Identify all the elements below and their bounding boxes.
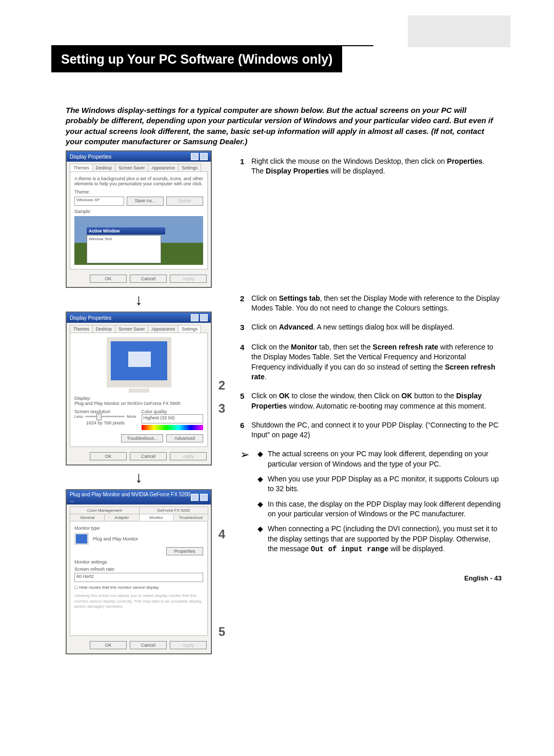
pointing-hand-icon: ➢ (240, 449, 258, 559)
sample-label: Sample: (74, 209, 203, 214)
help-icon[interactable] (191, 314, 199, 321)
tab-monitor[interactable]: Monitor (139, 514, 174, 521)
intro-paragraph: The Windows display-settings for a typic… (66, 105, 497, 147)
tab-desktop[interactable]: Desktop (92, 325, 115, 333)
active-window-titlebar: Active Window (87, 227, 165, 235)
tab-themes[interactable]: Themes (70, 325, 93, 333)
save-as-button[interactable]: Save As... (127, 197, 164, 206)
theme-label: Theme: (74, 189, 203, 195)
monitor-properties-dialog: Plug and Play Monitor and NVIDIA GeForce… (66, 489, 212, 654)
callout-5: 5 (219, 625, 225, 639)
tab-screensaver[interactable]: Screen Saver (115, 325, 149, 333)
advanced-button[interactable]: Advanced (166, 434, 203, 442)
resolution-value: 1024 by 768 pixels (74, 420, 136, 425)
window-title: Plug and Play Monitor and NVIDIA GeForce… (70, 492, 191, 503)
screenshot-column: Display Properties Themes Desktop Screen… (66, 150, 212, 658)
display-properties-themes-dialog: Display Properties Themes Desktop Screen… (66, 150, 212, 288)
callout-4: 4 (219, 527, 225, 541)
refresh-rate-label: Screen refresh rate: (74, 567, 203, 572)
page-footer: English - 43 (240, 574, 502, 583)
cancel-button[interactable]: Cancel (130, 452, 167, 460)
tab-settings[interactable]: Settings (178, 164, 201, 171)
properties-button[interactable]: Properties (166, 547, 203, 555)
display-value: Plug and Play Monitor on NVIDIA GeForce … (74, 401, 203, 406)
callout-2: 2 (219, 378, 225, 393)
monitor-preview (74, 337, 203, 393)
window-title: Display Properties (70, 315, 111, 321)
page-side-stripe (408, 15, 510, 47)
tab-screensaver[interactable]: Screen Saver (115, 164, 149, 171)
note-3: In this case, the display on the PDP Dis… (268, 499, 502, 519)
color-quality-label: Color quality (142, 409, 204, 414)
instructions-column: 1 Right click the mouse on the Windows D… (240, 157, 502, 583)
tab-desktop[interactable]: Desktop (92, 164, 115, 171)
step-6: 6 Shutdown the PC, and connect it to you… (240, 420, 502, 440)
callout-3: 3 (219, 401, 225, 416)
titlebar: Display Properties (67, 151, 211, 162)
ok-button[interactable]: OK (90, 452, 127, 460)
monitor-type-label: Monitor type (74, 526, 203, 531)
troubleshoot-button[interactable]: Troubleshoot... (121, 434, 163, 442)
theme-preview: Active Window Window Text (74, 216, 203, 265)
screen-resolution-label: Screen resolution (74, 409, 136, 414)
step-5: 5 Click on OK to close the window, then … (240, 391, 502, 411)
tab-appearance[interactable]: Appearance (148, 164, 179, 171)
delete-button: Delete (166, 197, 203, 206)
notes-block: ➢ ◆The actual screens on your PC may loo… (240, 449, 502, 559)
resolution-slider[interactable]: Less More (74, 414, 136, 419)
cancel-button[interactable]: Cancel (130, 641, 167, 649)
step-3: 3 Click on Advanced. A new settings dial… (240, 322, 502, 333)
down-arrow-icon: ↓ (66, 470, 212, 485)
page-title: Setting up Your PC Software (Windows onl… (51, 46, 342, 72)
note-1: The actual screens on your PC may look d… (268, 449, 502, 469)
tab-strip: Themes Desktop Screen Saver Appearance S… (67, 162, 211, 171)
cancel-button[interactable]: Cancel (130, 275, 167, 283)
color-swatch (142, 425, 204, 430)
monitor-icon (74, 533, 89, 545)
monitor-settings-label: Monitor settings (74, 559, 203, 565)
close-icon[interactable] (200, 494, 208, 501)
window-text-label: Window Text (87, 236, 161, 242)
close-icon[interactable] (200, 153, 208, 160)
apply-button: Apply (170, 641, 207, 649)
note-2: When you use your PDP Display as a PC mo… (268, 474, 502, 494)
title-block: Setting up Your PC Software (Windows onl… (51, 45, 423, 72)
hide-modes-description: Clearing this check box allows you to se… (74, 593, 203, 609)
ok-button[interactable]: OK (90, 641, 127, 649)
display-label: Display: (74, 396, 203, 401)
tab-adapter[interactable]: Adapter (104, 514, 139, 521)
window-title: Display Properties (70, 154, 111, 160)
tab-themes[interactable]: Themes (70, 164, 93, 171)
tab-settings[interactable]: Settings (178, 325, 201, 333)
ok-button[interactable]: OK (90, 275, 127, 283)
hide-modes-checkbox[interactable]: ☐ Hide modes that this monitor cannot di… (74, 585, 203, 590)
note-4: When connecting a PC (including the DVI … (268, 524, 502, 554)
theme-select[interactable]: Windows XP (74, 197, 124, 206)
tab-appearance[interactable]: Appearance (148, 325, 179, 333)
close-icon[interactable] (200, 314, 208, 321)
down-arrow-icon: ↓ (66, 292, 212, 307)
monitor-name: Plug and Play Monitor (93, 536, 138, 541)
display-properties-settings-dialog: Display Properties Themes Desktop Screen… (66, 312, 212, 466)
help-icon[interactable] (191, 153, 199, 160)
tab-color-management[interactable]: Color Management (70, 507, 140, 514)
tab-troubleshoot[interactable]: Troubleshoot (173, 514, 208, 521)
theme-description: A theme is a background plus a set of so… (74, 176, 203, 186)
step-1: 1 Right click the mouse on the Windows D… (240, 157, 502, 177)
tab-general[interactable]: General (70, 514, 105, 521)
step-4: 4 Click on the Monitor tab, then set the… (240, 342, 502, 382)
color-quality-select[interactable]: Highest (32 bit) (142, 414, 204, 423)
refresh-rate-select[interactable]: 60 Hertz (74, 573, 203, 582)
step-2: 2 Click on Settings tab, then set the Di… (240, 294, 502, 314)
tab-geforce[interactable]: GeForce FX 5200 (139, 507, 209, 514)
help-icon[interactable] (191, 494, 199, 501)
apply-button: Apply (170, 275, 207, 283)
apply-button: Apply (170, 452, 207, 460)
